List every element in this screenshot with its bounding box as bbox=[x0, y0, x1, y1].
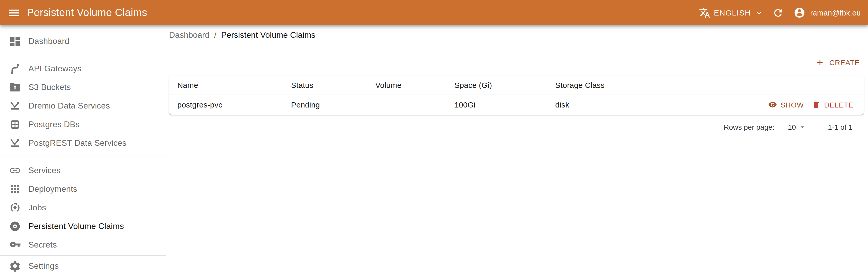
pvc-table-card: Name Status Volume Space (Gi) Storage Cl… bbox=[169, 75, 864, 115]
sidebar-item-label: Dashboard bbox=[28, 37, 69, 46]
create-button[interactable]: CREATE bbox=[811, 56, 864, 69]
model-training-icon bbox=[9, 202, 21, 214]
pagination-bar: Rows per page: 10 1-1 of 1 bbox=[169, 119, 864, 135]
sidebar-item-postgres-dbs[interactable]: Postgres DBs bbox=[0, 115, 166, 134]
sidebar-item-postgrest-data-services[interactable]: PostgREST Data Services bbox=[0, 134, 166, 152]
main-content: Dashboard / Persistent Volume Claims CRE… bbox=[166, 25, 868, 277]
breadcrumb: Dashboard / Persistent Volume Claims bbox=[169, 25, 864, 40]
sidebar-item-label: Settings bbox=[28, 261, 59, 271]
breadcrumb-separator: / bbox=[214, 30, 217, 40]
language-selector[interactable]: ENGLISH bbox=[695, 4, 768, 22]
grid-icon bbox=[9, 118, 21, 131]
rows-per-page-label: Rows per page: bbox=[724, 123, 774, 131]
sidebar-divider bbox=[0, 157, 166, 157]
translate-icon bbox=[699, 7, 710, 18]
breadcrumb-current: Persistent Volume Claims bbox=[221, 30, 315, 40]
cell-storage-class: disk bbox=[547, 95, 702, 115]
table-header-row: Name Status Volume Space (Gi) Storage Cl… bbox=[169, 75, 864, 95]
account-circle-icon bbox=[794, 7, 806, 19]
sidebar-item-label: Postgres DBs bbox=[28, 120, 80, 129]
cell-name: postgres-pvc bbox=[169, 95, 283, 115]
hamburger-menu-button[interactable] bbox=[5, 3, 23, 22]
sidebar-item-label: Services bbox=[28, 166, 61, 175]
page-title: Persistent Volume Claims bbox=[27, 7, 147, 19]
pagination-range: 1-1 of 1 bbox=[828, 123, 852, 131]
sidebar-item-label: Secrets bbox=[28, 240, 57, 250]
chevron-down-icon bbox=[754, 8, 764, 17]
sidebar-item-persistent-volume-claims[interactable]: Persistent Volume Claims bbox=[0, 217, 166, 236]
sidebar-item-services[interactable]: Services bbox=[0, 161, 166, 180]
column-header-status[interactable]: Status bbox=[283, 75, 367, 95]
column-header-actions bbox=[702, 75, 864, 95]
user-email: raman@fbk.eu bbox=[810, 8, 861, 17]
rows-per-page-select[interactable]: 10 bbox=[788, 123, 806, 131]
list-toolbar: CREATE bbox=[169, 56, 864, 69]
delete-button-label: DELETE bbox=[824, 101, 854, 109]
user-menu-button[interactable]: raman@fbk.eu bbox=[788, 3, 863, 22]
cell-actions: SHOW DELETE bbox=[702, 95, 864, 115]
menu-icon bbox=[7, 6, 21, 20]
refresh-button[interactable] bbox=[769, 3, 787, 22]
refresh-icon bbox=[773, 7, 784, 18]
cell-volume bbox=[367, 95, 446, 115]
create-button-label: CREATE bbox=[830, 58, 860, 67]
sidebar-item-deployments[interactable]: Deployments bbox=[0, 180, 166, 198]
delete-button[interactable]: DELETE bbox=[809, 99, 857, 111]
key-icon bbox=[9, 239, 21, 251]
sidebar-item-label: S3 Buckets bbox=[28, 83, 71, 92]
folder-delete-icon bbox=[9, 81, 21, 94]
show-button[interactable]: SHOW bbox=[765, 99, 807, 111]
sidebar-item-label: API Gateways bbox=[28, 64, 82, 73]
data-flow-icon bbox=[9, 100, 21, 112]
rows-per-page-value: 10 bbox=[788, 123, 796, 131]
sidebar-item-label: Jobs bbox=[28, 203, 46, 212]
data-flow-icon bbox=[9, 137, 21, 149]
dropdown-arrow-icon bbox=[798, 123, 806, 131]
breadcrumb-dashboard-link[interactable]: Dashboard bbox=[169, 30, 210, 40]
app-root: Persistent Volume Claims ENGLISH bbox=[0, 0, 868, 277]
sidebar-item-label: Deployments bbox=[28, 184, 77, 194]
album-icon bbox=[9, 220, 21, 233]
gear-icon bbox=[9, 260, 21, 272]
column-header-storage-class[interactable]: Storage Class bbox=[547, 75, 702, 95]
apps-icon bbox=[9, 183, 21, 195]
sidebar-divider bbox=[0, 55, 166, 55]
dashboard-icon bbox=[9, 35, 21, 48]
sidebar-item-jobs[interactable]: Jobs bbox=[0, 198, 166, 217]
sidebar-item-label: PostgREST Data Services bbox=[28, 138, 126, 148]
pvc-table: Name Status Volume Space (Gi) Storage Cl… bbox=[169, 75, 864, 115]
sidebar-item-api-gateways[interactable]: API Gateways bbox=[0, 59, 166, 78]
column-header-name[interactable]: Name bbox=[169, 75, 283, 95]
show-button-label: SHOW bbox=[780, 101, 804, 109]
cable-icon bbox=[9, 63, 21, 75]
sidebar-item-dashboard[interactable]: Dashboard bbox=[0, 32, 166, 51]
language-label: ENGLISH bbox=[714, 8, 751, 17]
trash-icon bbox=[812, 101, 820, 109]
column-header-space[interactable]: Space (Gi) bbox=[446, 75, 547, 95]
plus-icon bbox=[815, 58, 825, 67]
table-row[interactable]: postgres-pvc Pending 100Gi disk SHOW bbox=[169, 95, 864, 115]
eye-icon bbox=[768, 100, 777, 109]
sidebar-item-label: Dremio Data Services bbox=[28, 101, 110, 111]
sidebar-item-dremio-data-services[interactable]: Dremio Data Services bbox=[0, 97, 166, 115]
column-header-volume[interactable]: Volume bbox=[367, 75, 446, 95]
cell-space: 100Gi bbox=[446, 95, 547, 115]
sidebar-divider bbox=[0, 255, 166, 256]
sidebar-item-label: Persistent Volume Claims bbox=[28, 222, 124, 231]
cell-status: Pending bbox=[283, 95, 367, 115]
link-icon bbox=[9, 164, 21, 177]
sidebar-item-secrets[interactable]: Secrets bbox=[0, 236, 166, 254]
app-bar: Persistent Volume Claims ENGLISH bbox=[0, 0, 868, 25]
sidebar-item-settings[interactable]: Settings bbox=[0, 257, 166, 275]
sidebar: Dashboard API Gateways bbox=[0, 25, 166, 277]
sidebar-item-s3-buckets[interactable]: S3 Buckets bbox=[0, 78, 166, 97]
